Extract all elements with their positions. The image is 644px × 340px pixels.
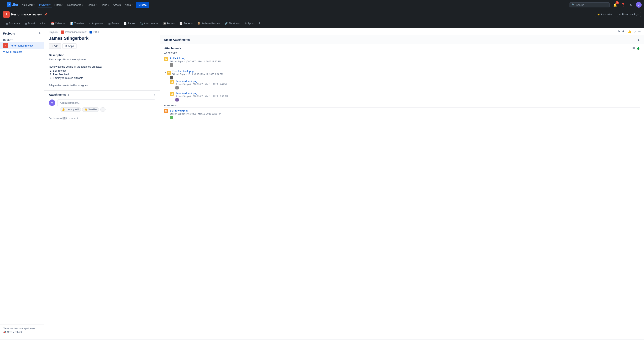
give-feedback-button[interactable]: 📣 Give feedback bbox=[3, 331, 41, 333]
collapse-icon[interactable]: ▲ bbox=[637, 38, 640, 41]
create-button[interactable]: Create bbox=[136, 2, 150, 8]
attachments-add-icon[interactable]: + bbox=[154, 93, 155, 96]
tab-archived-issues[interactable]: 📦 Archived Issues bbox=[195, 20, 222, 27]
tab-pages[interactable]: 📄 Pages bbox=[121, 20, 138, 27]
jira-logo-icon: J bbox=[6, 3, 12, 7]
attachments-more-icon[interactable]: ··· bbox=[150, 93, 152, 96]
chevron-down-icon: ▾ bbox=[82, 4, 83, 6]
tab-issues[interactable]: 🔲 Issues bbox=[161, 20, 177, 27]
tab-list[interactable]: ≡ List bbox=[37, 20, 48, 27]
add-button[interactable]: + Add bbox=[49, 43, 61, 49]
archived-icon: 📦 bbox=[198, 22, 200, 25]
thumbs-up-icon[interactable]: 👍 bbox=[628, 30, 632, 34]
attachment-name[interactable]: Peer feedback.png bbox=[172, 70, 194, 73]
project-settings-button[interactable]: ⚙ Project settings bbox=[617, 12, 641, 17]
nav-assets[interactable]: Assets bbox=[111, 3, 122, 7]
approved-label: APPROVED bbox=[164, 52, 640, 55]
comment-user-avatar: U bbox=[49, 99, 55, 106]
attachments-panel: Attachments ☰ 🌲 APPROVED 🖼 Artifact 1.pn… bbox=[160, 44, 644, 124]
tab-attachments[interactable]: 📎 Attachments bbox=[138, 20, 161, 27]
attachment-name[interactable]: Artifact 1.png bbox=[170, 57, 185, 60]
attachment-item-peer-feedback: ▼ 🖼 Peer feedback.png Stiltsoft Support … bbox=[164, 69, 640, 101]
eye-icon[interactable]: 👁 bbox=[622, 30, 626, 34]
tab-board[interactable]: ▦ Board bbox=[22, 20, 38, 27]
apps-button[interactable]: ⚙ Apps bbox=[62, 43, 77, 49]
top-navigation: ⊞ J Jira Your work ▾ Projects ▾ Filters … bbox=[0, 0, 644, 10]
attachment-item-self-review: 🖼 Self-review.png Stiltsoft Support | 45… bbox=[164, 109, 640, 119]
attachments-icon: 📎 bbox=[140, 22, 143, 25]
apps-icon: ⚙ bbox=[244, 22, 247, 25]
breadcrumb-project-link[interactable]: Performance review bbox=[65, 31, 86, 34]
forms-icon: ▦ bbox=[108, 22, 110, 25]
feedback-icon: 📣 bbox=[3, 331, 6, 333]
attachments-section-title: Attachments bbox=[164, 47, 181, 50]
nav-apps[interactable]: Apps ▾ bbox=[123, 3, 134, 7]
timeline-icon: 📊 bbox=[70, 22, 73, 25]
tab-forms[interactable]: ▦ Forms bbox=[106, 20, 121, 27]
nav-dashboards[interactable]: Dashboards ▾ bbox=[66, 3, 85, 7]
nav-projects[interactable]: Projects ▾ bbox=[38, 3, 52, 8]
notifications-button[interactable]: 🔔 6 bbox=[612, 2, 618, 8]
settings-icon: ⚙ bbox=[619, 13, 621, 16]
pin-icon[interactable]: 📌 bbox=[44, 13, 48, 16]
attachment-name[interactable]: Peer feedback.png bbox=[176, 80, 197, 83]
chip-looks-good[interactable]: 👍 Looks good! bbox=[60, 107, 81, 112]
tab-reports[interactable]: 📈 Reports bbox=[177, 20, 195, 27]
chevron-down-icon: ▾ bbox=[34, 4, 35, 6]
breadcrumb-issue-link[interactable]: PR-1 bbox=[94, 31, 99, 34]
tree-view-icon[interactable]: 🌲 bbox=[636, 47, 640, 50]
tab-calendar[interactable]: 📅 Calendar bbox=[49, 20, 68, 27]
review-list: Self-review Peer feedback Employee-relat… bbox=[49, 69, 155, 79]
attachment-item-artifact1: 🖼 Artifact 1.png Stiltsoft Support | 78.… bbox=[164, 57, 640, 67]
automation-button[interactable]: ⚡ Automation bbox=[595, 12, 615, 17]
pages-icon: 📄 bbox=[124, 22, 127, 25]
nav-teams[interactable]: Teams ▾ bbox=[86, 3, 98, 7]
flag-icon[interactable]: 🏳 bbox=[617, 30, 620, 34]
user-avatar[interactable]: U bbox=[636, 2, 642, 8]
breadcrumb: Projects / P Performance review / i PR-1 bbox=[44, 28, 160, 35]
issues-icon: 🔲 bbox=[163, 22, 166, 25]
more-icon[interactable]: ··· bbox=[638, 30, 641, 34]
nav-your-work[interactable]: Your work ▾ bbox=[20, 3, 37, 7]
tab-add[interactable]: + bbox=[256, 19, 263, 28]
tab-shortcuts[interactable]: 🔗 Shortcuts bbox=[222, 20, 242, 27]
chevron-down-icon: ▾ bbox=[96, 4, 97, 6]
sidebar-footer: You're in a team-managed project 📣 Give … bbox=[0, 324, 44, 336]
help-button[interactable]: ❓ bbox=[620, 2, 626, 8]
tab-approvals[interactable]: ✓ Approvals bbox=[86, 20, 106, 27]
file-icon: 🖼 bbox=[164, 57, 168, 61]
list-icon: ≡ bbox=[40, 22, 41, 25]
attachment-color-badge bbox=[170, 76, 173, 79]
sidebar-view-all-projects[interactable]: View all projects bbox=[0, 49, 44, 55]
attachment-name[interactable]: Peer feedback.png bbox=[176, 92, 197, 95]
tab-timeline[interactable]: 📊 Timeline bbox=[68, 20, 86, 27]
board-icon: ▦ bbox=[25, 22, 27, 25]
settings-button[interactable]: ⚙ bbox=[628, 2, 634, 8]
chip-need-help[interactable]: 👋 Need he bbox=[82, 107, 99, 112]
attachment-name[interactable]: Self-review.png bbox=[170, 109, 188, 112]
comment-area: U Add a comment... 👍 Looks good! 👋 Need … bbox=[44, 98, 160, 116]
issue-title: James Stingerburk bbox=[44, 35, 160, 43]
breadcrumb-projects-link[interactable]: Projects bbox=[49, 31, 58, 34]
chevron-down-icon: ▾ bbox=[132, 4, 132, 6]
grid-icon[interactable]: ⊞ bbox=[2, 3, 6, 7]
collapse-toggle[interactable]: ▼ bbox=[164, 71, 166, 74]
sidebar-item-performance-review[interactable]: P Performance review bbox=[0, 42, 44, 49]
jira-logo[interactable]: J Jira bbox=[6, 3, 18, 7]
project-navigation: P Performance review 📌 ⚡ Automation ⚙ Pr… bbox=[0, 10, 644, 19]
nav-filters[interactable]: Filters ▾ bbox=[53, 3, 65, 7]
smart-attachments-title: Smart Attachments bbox=[164, 38, 190, 41]
attachment-color-badge bbox=[176, 86, 178, 89]
chip-more[interactable]: › bbox=[100, 107, 106, 112]
description-section: Description This is a profile of the emp… bbox=[44, 52, 160, 89]
list-view-icon[interactable]: ☰ bbox=[632, 47, 635, 50]
search-box[interactable]: 🔍 Search bbox=[570, 3, 610, 8]
tab-summary[interactable]: ▦ Summary bbox=[3, 20, 22, 27]
sidebar-add-button[interactable]: + bbox=[38, 31, 41, 36]
share-icon[interactable]: ↗ bbox=[634, 30, 636, 34]
tab-apps[interactable]: ⚙ Apps bbox=[242, 20, 256, 27]
nav-plans[interactable]: Plans ▾ bbox=[99, 3, 111, 7]
comment-input[interactable]: Add a comment... bbox=[57, 99, 155, 106]
in-review-label: IN REVIEW bbox=[164, 104, 640, 108]
chevron-down-icon: ▾ bbox=[50, 4, 50, 6]
